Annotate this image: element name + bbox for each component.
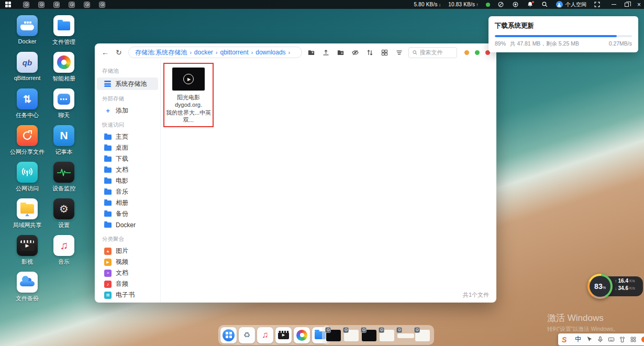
sidebar-item-documents[interactable]: 文档 — [97, 164, 158, 175]
desktop-icon-smart-album[interactable]: 智能相册 — [46, 52, 82, 88]
sidebar-item-movies[interactable]: 电影 — [97, 175, 158, 186]
window-thumbnail[interactable] — [380, 329, 394, 342]
dock-video[interactable]: ▶ — [275, 327, 292, 343]
dock-trash[interactable]: ♻ — [239, 327, 255, 343]
breadcrumb-item[interactable]: docker — [194, 49, 213, 56]
dock-music[interactable]: ♫ — [257, 327, 273, 343]
restore-button[interactable] — [625, 3, 629, 7]
window-thumbnail[interactable] — [362, 329, 376, 342]
sidebar-item-music[interactable]: 音乐 — [97, 186, 158, 197]
pointer-icon[interactable] — [586, 336, 593, 343]
session-icon[interactable] — [23, 2, 29, 8]
system-gauge-widget[interactable]: 83% ↑ 16.4K/s ↓ 34.6K/s — [587, 273, 643, 299]
session-icon[interactable] — [69, 2, 75, 8]
maximize-light[interactable] — [475, 50, 480, 55]
search-icon[interactable] — [541, 1, 549, 8]
desktop-icon-task-center[interactable]: ⇅ 任务中心 — [9, 88, 46, 125]
music-note-icon: ♫ — [60, 239, 68, 252]
desktop-icon-qbittorrent[interactable]: qb qBittorrent — [9, 52, 46, 88]
upload-icon[interactable] — [322, 49, 330, 57]
update-notification[interactable]: 下载系统更新 89% 共 47.81 MB，剩余 5.25 MB 0.27MB/… — [488, 16, 638, 52]
sidebar-item-audio[interactable]: ♪音频 — [97, 278, 158, 289]
dock-app-center[interactable] — [220, 327, 237, 343]
desktop-icon-public-access[interactable]: 公网访问 — [9, 162, 46, 198]
desktop-icon-chat[interactable]: 聊天 — [46, 88, 82, 125]
file-search-box[interactable] — [408, 47, 457, 58]
minimize-light[interactable] — [464, 50, 469, 55]
desktop-icon-file-backup[interactable]: 文件备份 — [9, 272, 46, 308]
refresh-icon[interactable]: ↻ — [115, 48, 123, 57]
grid-view-icon[interactable] — [381, 49, 388, 57]
windows-activation-watermark: 激活 Windows 转到“设置”以激活 Windows。 — [547, 312, 619, 333]
breadcrumb-item[interactable]: 存储池:系统存储池 — [135, 48, 187, 57]
sidebar-item-docs[interactable]: ≡文档 — [97, 267, 158, 278]
hidden-files-icon[interactable] — [351, 49, 359, 57]
close-button[interactable]: × — [637, 2, 641, 8]
desktop-icon-public-share[interactable]: 公网分享文件 — [9, 125, 46, 162]
microphone-icon[interactable] — [597, 336, 604, 343]
target-icon[interactable] — [512, 1, 519, 8]
video-icon: ▶ — [278, 331, 289, 339]
input-method-indicator[interactable]: 中 — [575, 335, 582, 344]
status-dot-icon — [486, 3, 490, 7]
sidebar-item-home[interactable]: 主页 — [97, 131, 158, 142]
fullscreen-icon[interactable] — [594, 1, 601, 8]
sunlogin-logo-icon[interactable]: S — [562, 336, 567, 344]
desktop-icon-file-manager[interactable]: 文件管理 — [46, 15, 82, 52]
menubar-app-icons — [23, 2, 105, 8]
search-input[interactable] — [420, 49, 452, 55]
music-icon: ♫ — [262, 330, 269, 340]
session-icon[interactable] — [99, 2, 105, 8]
window-controls: × — [612, 2, 641, 8]
dnd-icon[interactable] — [497, 1, 505, 8]
breadcrumb-item[interactable]: qbittorrent — [220, 49, 249, 56]
breadcrumb[interactable]: 存储池:系统存储池 › docker › qbittorrent › downl… — [128, 47, 302, 58]
toggle-switch[interactable] — [641, 337, 644, 342]
recycle-icon: ♻ — [243, 330, 250, 340]
broadcast-icon — [20, 165, 34, 179]
sidebar-item-system-storage[interactable]: 系统存储池 — [97, 77, 158, 90]
desktop-icon-docker[interactable]: Docker — [9, 15, 46, 52]
transfer-sort-icon[interactable] — [366, 49, 374, 57]
sidebar-item-videos[interactable]: ▶视频 — [97, 256, 158, 267]
window-thumbnail[interactable] — [326, 329, 341, 342]
user-menu[interactable]: 个人空间 — [556, 1, 586, 8]
window-thumbnail[interactable] — [344, 329, 359, 342]
sidebar-item-desktop[interactable]: 桌面 — [97, 142, 158, 153]
sidebar-item-add-external[interactable]: + 添加 — [97, 105, 158, 116]
breadcrumb-item[interactable]: downloads — [256, 49, 285, 56]
sidebar-item-archives[interactable]: ▦压缩包 — [97, 300, 158, 303]
notepad-n-icon: N — [60, 129, 68, 142]
new-folder-icon[interactable] — [307, 49, 315, 57]
session-icon[interactable] — [84, 2, 90, 8]
clipboard-shirt-icon[interactable] — [619, 336, 626, 343]
back-icon[interactable]: ← — [101, 48, 109, 57]
sidebar-item-ebooks[interactable]: ▤电子书 — [97, 289, 158, 300]
session-icon[interactable] — [53, 2, 60, 8]
audio-icon: ♪ — [104, 281, 112, 288]
minimize-button[interactable] — [612, 4, 616, 5]
sidebar-item-pictures[interactable]: ▲图片 — [97, 245, 158, 256]
apps-grid-icon[interactable] — [630, 336, 637, 343]
desktop-icon-video[interactable]: ▶ 影视 — [9, 235, 46, 272]
sidebar-item-albums[interactable]: 相册 — [97, 197, 158, 208]
sidebar-item-docker[interactable]: Docker — [97, 219, 158, 230]
file-item-highlighted[interactable]: ▶ 阳光电影dygod.org. 我的世界大...中英双... — [163, 63, 214, 127]
desktop-icon-settings[interactable]: ⚙ 设置 — [46, 198, 82, 235]
keyboard-icon[interactable] — [608, 336, 615, 343]
folder-icon — [104, 157, 112, 162]
download-folder-icon[interactable] — [337, 49, 345, 57]
window-thumbnail[interactable] — [397, 329, 412, 342]
desktop-icon-lan-share[interactable]: 局域网共享 — [9, 198, 46, 235]
bell-icon[interactable] — [527, 1, 534, 8]
sidebar-item-backup[interactable]: 备份 — [97, 208, 158, 219]
dock-photos[interactable] — [294, 327, 310, 343]
sort-lines-icon[interactable] — [395, 49, 403, 57]
desktop-icon-notepad[interactable]: N 记事本 — [46, 125, 82, 162]
window-thumbnail[interactable] — [415, 329, 430, 342]
sidebar-item-downloads[interactable]: 下载 — [97, 153, 158, 164]
session-icon[interactable] — [38, 2, 45, 8]
launcher-grid-icon[interactable] — [5, 2, 12, 8]
desktop-icon-music[interactable]: ♫ 音乐 — [46, 235, 82, 272]
desktop-icon-device-monitor[interactable]: 设备监控 — [46, 162, 82, 198]
